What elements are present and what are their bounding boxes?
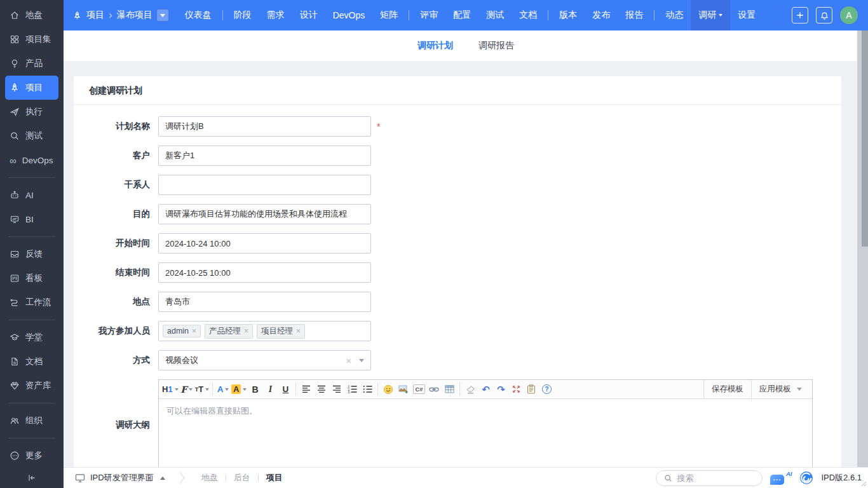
remove-tag-icon[interactable]: × bbox=[192, 327, 196, 335]
nav-item-stage[interactable]: 阶段 bbox=[226, 0, 259, 30]
nav-item-build[interactable]: 版本 bbox=[552, 0, 585, 30]
sidebar-item-devops[interactable]: ∞ DevOps bbox=[0, 148, 64, 172]
nav-item-story[interactable]: 需求 bbox=[259, 0, 292, 30]
font-family-button[interactable]: F bbox=[180, 382, 194, 397]
sidebar-item-execution[interactable]: 执行 bbox=[0, 100, 64, 124]
form-row-plan-name: 计划名称 * bbox=[89, 116, 841, 137]
sidebar-item-project[interactable]: 项目 bbox=[5, 76, 58, 100]
remove-tag-icon[interactable]: × bbox=[244, 327, 248, 335]
highlight-color-button[interactable]: A bbox=[231, 382, 247, 397]
font-size-button[interactable]: TT bbox=[195, 382, 209, 397]
nav-item-devops[interactable]: DevOps bbox=[325, 0, 373, 30]
customer-input[interactable] bbox=[158, 146, 371, 166]
italic-button[interactable]: I bbox=[263, 382, 277, 397]
sidebar-item-kanban[interactable]: 看板 bbox=[0, 266, 64, 290]
sidebar-item-ai[interactable]: AI bbox=[0, 183, 64, 207]
gem-icon bbox=[10, 381, 20, 391]
nav-item-test[interactable]: 测试 bbox=[478, 0, 512, 30]
participants-input[interactable]: admin× 产品经理× 项目经理× bbox=[158, 321, 371, 341]
underline-button[interactable]: U bbox=[278, 382, 292, 397]
avatar[interactable]: A bbox=[840, 6, 858, 24]
location-input[interactable] bbox=[158, 292, 371, 312]
zentao-logo-icon[interactable] bbox=[799, 471, 813, 485]
clear-icon[interactable]: × bbox=[346, 356, 351, 365]
nav-item-design[interactable]: 设计 bbox=[292, 0, 325, 30]
nav-item-settings[interactable]: 设置 bbox=[730, 0, 763, 30]
sidebar-item-feedback[interactable]: 反馈 bbox=[0, 242, 64, 266]
insert-table-button[interactable] bbox=[442, 382, 456, 397]
resize-grip-icon bbox=[860, 480, 867, 487]
sidebar-item-bi[interactable]: BI bbox=[0, 207, 64, 231]
method-select-value: 视频会议 bbox=[165, 355, 198, 366]
eraser-button[interactable] bbox=[463, 382, 477, 397]
bold-button[interactable]: B bbox=[248, 382, 262, 397]
plan-name-input[interactable] bbox=[158, 116, 371, 137]
nav-item-review[interactable]: 评审 bbox=[412, 0, 445, 30]
end-time-input[interactable] bbox=[158, 262, 371, 283]
sidebar-collapse-icon[interactable] bbox=[0, 473, 64, 483]
form-row-location: 地点 bbox=[89, 292, 841, 312]
nav-item-research[interactable]: 调研 bbox=[691, 0, 730, 30]
heading-button[interactable]: H1 bbox=[162, 382, 179, 397]
method-select[interactable]: 视频会议 × bbox=[158, 350, 371, 370]
tab-research-report[interactable]: 调研报告 bbox=[478, 40, 514, 51]
insert-code-button[interactable]: C# bbox=[412, 382, 426, 397]
sidebar-item-workflow[interactable]: 工作流 bbox=[0, 290, 64, 315]
emoji-button[interactable] bbox=[381, 382, 395, 397]
apply-template-button[interactable]: 应用模板 bbox=[751, 380, 810, 398]
nav-item-report[interactable]: 报告 bbox=[618, 0, 651, 30]
align-right-button[interactable] bbox=[330, 382, 344, 397]
fullscreen-button[interactable] bbox=[509, 382, 523, 397]
start-time-input[interactable] bbox=[158, 233, 371, 254]
save-template-button[interactable]: 保存模板 bbox=[703, 380, 751, 398]
sidebar-item-product[interactable]: 产品 bbox=[0, 51, 64, 76]
search-input[interactable] bbox=[677, 473, 740, 483]
project-switcher-button[interactable] bbox=[157, 10, 168, 21]
font-color-button[interactable]: A bbox=[216, 382, 230, 397]
sidebar-item-school[interactable]: 学堂 bbox=[0, 325, 64, 349]
undo-button[interactable]: ↶ bbox=[478, 382, 492, 397]
stakeholder-input[interactable] bbox=[158, 175, 371, 195]
editor-content-area[interactable]: 可以在编辑器直接贴图。 bbox=[159, 399, 812, 470]
nav-item-config[interactable]: 配置 bbox=[445, 0, 478, 30]
redo-button[interactable]: ↷ bbox=[494, 382, 508, 397]
sidebar-item-assets[interactable]: 资产库 bbox=[0, 374, 64, 398]
sidebar-item-org[interactable]: 组织 bbox=[0, 409, 64, 433]
nav-item-release[interactable]: 发布 bbox=[585, 0, 618, 30]
chevron-down-icon bbox=[175, 388, 179, 391]
align-left-button[interactable] bbox=[299, 382, 313, 397]
notifications-button[interactable] bbox=[816, 7, 832, 24]
sidebar-item-home[interactable]: 地盘 bbox=[0, 3, 64, 27]
nav-item-matrix[interactable]: 矩阵 bbox=[372, 0, 405, 30]
unordered-list-button[interactable] bbox=[360, 382, 374, 397]
chevron-down-icon bbox=[719, 14, 722, 17]
nav-item-doc[interactable]: 文档 bbox=[512, 0, 545, 30]
create-button[interactable] bbox=[792, 7, 808, 24]
insert-image-button[interactable] bbox=[397, 382, 410, 397]
breadcrumb-project-name[interactable]: 瀑布项目 bbox=[117, 10, 153, 21]
app-switcher[interactable]: IPD研发管理界面 bbox=[75, 472, 165, 484]
breadcrumb-home[interactable]: 地盘 bbox=[201, 472, 218, 484]
source-button[interactable] bbox=[524, 382, 538, 397]
global-search[interactable] bbox=[656, 470, 763, 486]
breadcrumb-admin[interactable]: 后台 bbox=[234, 472, 250, 484]
nav-item-dashboard[interactable]: 仪表盘 bbox=[177, 0, 219, 30]
vertical-scrollbar-track[interactable] bbox=[857, 30, 868, 467]
sidebar-item-program[interactable]: 项目集 bbox=[0, 27, 64, 51]
sidebar-item-doc[interactable]: 文档 bbox=[0, 349, 64, 374]
ai-assistant-button[interactable]: ··· AI bbox=[770, 471, 792, 485]
help-icon: ? bbox=[542, 384, 552, 394]
help-button[interactable]: ? bbox=[539, 382, 553, 397]
ordered-list-button[interactable]: 123 bbox=[345, 382, 359, 397]
tab-research-plan[interactable]: 调研计划 bbox=[417, 40, 453, 51]
align-center-button[interactable] bbox=[315, 382, 329, 397]
sidebar-item-test[interactable]: 测试 bbox=[0, 124, 64, 148]
remove-tag-icon[interactable]: × bbox=[296, 327, 301, 335]
purpose-input[interactable] bbox=[158, 204, 371, 224]
insert-link-button[interactable] bbox=[427, 382, 441, 397]
vertical-scrollbar-thumb[interactable] bbox=[862, 30, 868, 247]
sidebar-item-more[interactable]: 更多 bbox=[0, 444, 64, 468]
form-row-customer: 客户 bbox=[89, 146, 841, 166]
nav-item-dynamic[interactable]: 动态 bbox=[658, 0, 691, 30]
breadcrumb-app[interactable]: 项目 bbox=[86, 10, 104, 21]
